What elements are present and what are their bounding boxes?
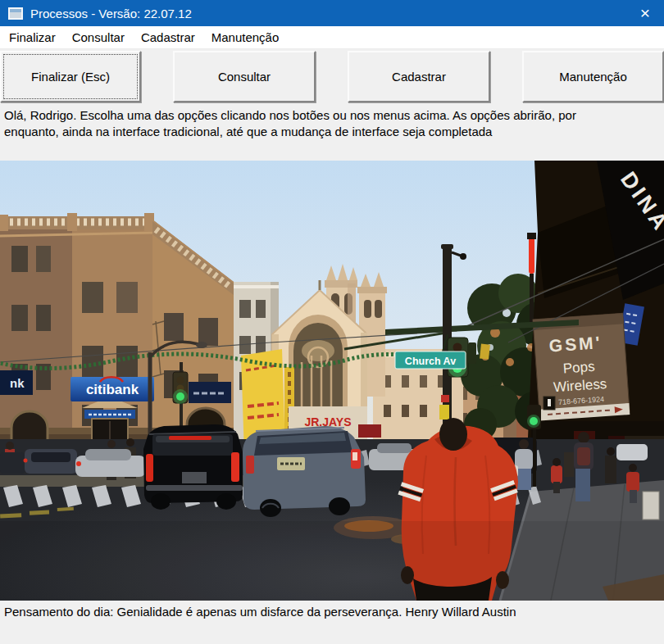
manutencao-button[interactable]: Manutenção	[522, 51, 664, 102]
app-window: { "window": { "title": "Processos - Vers…	[0, 0, 664, 644]
menu-item-consultar[interactable]: Consultar	[64, 27, 133, 48]
menu-item-cadastrar[interactable]: Cadastrar	[133, 27, 203, 48]
thought-label: Pensamento do dia: Genialidade é apenas …	[4, 605, 660, 619]
white-box	[643, 492, 659, 519]
menubar: Finalizar Consultar Cadastrar Manutenção	[0, 26, 664, 49]
traffic-light-left	[173, 372, 188, 404]
citibank-partial-text: nk	[10, 376, 25, 390]
gsm-line1-text: GSM'	[548, 333, 603, 355]
cadastrar-button[interactable]: Cadastrar	[348, 51, 490, 102]
street-photo: citibank nk JR.JAYS	[0, 161, 664, 601]
citibank-sign-right-partial	[189, 382, 231, 403]
gsm-line2-text: Pops	[562, 359, 595, 377]
consultar-button[interactable]: Consultar	[173, 51, 316, 102]
church-av-text: Church Av	[405, 356, 456, 367]
citibank-sign-text: citibank	[86, 382, 139, 397]
close-icon[interactable]: ×	[626, 0, 664, 26]
menu-item-manutencao[interactable]: Manutenção	[203, 27, 288, 48]
foreground-shade	[0, 521, 664, 601]
window-icon	[8, 7, 23, 20]
black-suv	[143, 424, 243, 510]
titlebar: Processos - Versão: 22.07.12 ×	[0, 0, 664, 26]
greeting-label: Olá, Rodrigo. Escolha uma das opções cli…	[4, 107, 591, 139]
window-title: Processos - Versão: 22.07.12	[30, 7, 192, 20]
menu-item-finalizar[interactable]: Finalizar	[1, 27, 64, 48]
gray-suv	[243, 426, 366, 517]
finalizar-button[interactable]: Finalizar (Esc)	[0, 51, 141, 102]
citibank-sign: citibank	[70, 377, 154, 401]
citibank-sign-left-partial: nk	[0, 370, 33, 395]
street-photo-svg: citibank nk JR.JAYS	[0, 161, 664, 601]
